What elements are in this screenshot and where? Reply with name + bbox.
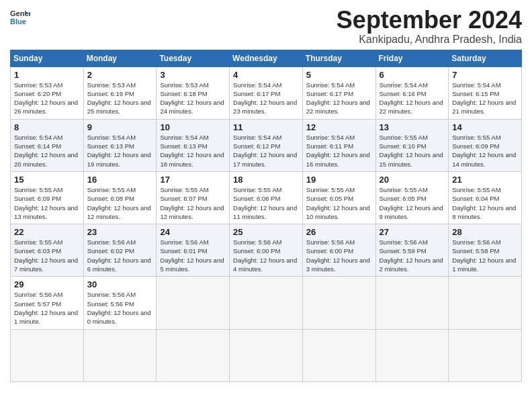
day-number: 5 xyxy=(306,70,373,80)
day-info: Sunrise: 5:55 AMSunset: 6:05 PMDaylight:… xyxy=(306,185,373,221)
table-row: 9Sunrise: 5:54 AMSunset: 6:13 PMDaylight… xyxy=(83,119,157,171)
day-number: 8 xyxy=(14,122,81,132)
day-info: Sunrise: 5:53 AMSunset: 6:18 PMDaylight:… xyxy=(160,81,226,116)
table-row: 14Sunrise: 5:55 AMSunset: 6:09 PMDayligh… xyxy=(449,119,522,171)
calendar-row xyxy=(11,329,522,381)
day-info: Sunrise: 5:55 AMSunset: 6:07 PMDaylight:… xyxy=(160,185,226,221)
table-row xyxy=(230,329,303,381)
table-row xyxy=(449,329,522,381)
day-number: 12 xyxy=(306,122,373,132)
table-row xyxy=(83,329,157,381)
table-row: 6Sunrise: 5:54 AMSunset: 6:16 PMDaylight… xyxy=(375,66,449,119)
svg-text:Blue: Blue xyxy=(10,17,26,26)
day-info: Sunrise: 5:54 AMSunset: 6:14 PMDaylight:… xyxy=(14,133,81,169)
header-thursday: Thursday xyxy=(302,50,375,66)
table-row: 26Sunrise: 5:56 AMSunset: 6:00 PMDayligh… xyxy=(302,224,375,277)
header-monday: Monday xyxy=(83,50,157,66)
table-row: 1Sunrise: 5:53 AMSunset: 6:20 PMDaylight… xyxy=(11,66,84,119)
table-row: 15Sunrise: 5:55 AMSunset: 6:09 PMDayligh… xyxy=(11,171,84,224)
header-wednesday: Wednesday xyxy=(230,50,303,66)
header-saturday: Saturday xyxy=(449,50,522,66)
table-row xyxy=(302,329,375,381)
day-info: Sunrise: 5:55 AMSunset: 6:03 PMDaylight:… xyxy=(14,238,81,273)
day-number: 17 xyxy=(160,175,226,185)
table-row: 25Sunrise: 5:56 AMSunset: 6:00 PMDayligh… xyxy=(230,224,303,277)
day-number: 14 xyxy=(452,122,519,132)
day-info: Sunrise: 5:54 AMSunset: 6:12 PMDaylight:… xyxy=(233,133,300,169)
day-number: 30 xyxy=(87,279,154,289)
table-row: 28Sunrise: 5:56 AMSunset: 5:58 PMDayligh… xyxy=(449,224,522,277)
table-row: 30Sunrise: 5:56 AMSunset: 5:56 PMDayligh… xyxy=(83,277,157,329)
header-tuesday: Tuesday xyxy=(157,50,230,66)
day-info: Sunrise: 5:55 AMSunset: 6:09 PMDaylight:… xyxy=(14,185,81,221)
day-info: Sunrise: 5:56 AMSunset: 5:57 PMDaylight:… xyxy=(14,290,81,326)
table-row: 12Sunrise: 5:54 AMSunset: 6:11 PMDayligh… xyxy=(302,119,375,171)
header-friday: Friday xyxy=(375,50,449,66)
table-row xyxy=(157,329,230,381)
calendar-row: 8Sunrise: 5:54 AMSunset: 6:14 PMDaylight… xyxy=(11,119,522,171)
day-number: 1 xyxy=(14,70,81,80)
day-number: 21 xyxy=(452,175,519,185)
table-row xyxy=(230,277,303,329)
day-info: Sunrise: 5:56 AMSunset: 5:58 PMDaylight:… xyxy=(452,238,519,273)
header-sunday: Sunday xyxy=(11,50,84,66)
table-row: 21Sunrise: 5:55 AMSunset: 6:04 PMDayligh… xyxy=(449,171,522,224)
day-number: 3 xyxy=(160,70,226,80)
logo: General Blue xyxy=(10,7,30,27)
calendar-table: Sunday Monday Tuesday Wednesday Thursday… xyxy=(10,50,522,382)
table-row: 22Sunrise: 5:55 AMSunset: 6:03 PMDayligh… xyxy=(11,224,84,277)
day-info: Sunrise: 5:55 AMSunset: 6:04 PMDaylight:… xyxy=(452,185,519,221)
table-row: 3Sunrise: 5:53 AMSunset: 6:18 PMDaylight… xyxy=(157,66,230,119)
day-number: 4 xyxy=(233,70,300,80)
table-row: 20Sunrise: 5:55 AMSunset: 6:05 PMDayligh… xyxy=(375,171,449,224)
day-info: Sunrise: 5:56 AMSunset: 6:02 PMDaylight:… xyxy=(87,238,154,273)
day-info: Sunrise: 5:53 AMSunset: 6:19 PMDaylight:… xyxy=(87,81,154,116)
day-number: 25 xyxy=(233,227,300,237)
calendar-row: 15Sunrise: 5:55 AMSunset: 6:09 PMDayligh… xyxy=(11,171,522,224)
table-row: 16Sunrise: 5:55 AMSunset: 6:08 PMDayligh… xyxy=(83,171,157,224)
table-row: 19Sunrise: 5:55 AMSunset: 6:05 PMDayligh… xyxy=(302,171,375,224)
day-info: Sunrise: 5:54 AMSunset: 6:13 PMDaylight:… xyxy=(87,133,154,169)
day-info: Sunrise: 5:54 AMSunset: 6:17 PMDaylight:… xyxy=(233,81,300,116)
header-row: Sunday Monday Tuesday Wednesday Thursday… xyxy=(11,50,522,66)
location-title: Kankipadu, Andhra Pradesh, India xyxy=(337,34,522,46)
day-number: 29 xyxy=(14,279,81,289)
day-number: 18 xyxy=(233,175,300,185)
logo-icon: General Blue xyxy=(10,7,30,27)
day-info: Sunrise: 5:54 AMSunset: 6:16 PMDaylight:… xyxy=(380,81,446,116)
page-header: General Blue September 2024 Kankipadu, A… xyxy=(10,7,522,46)
day-info: Sunrise: 5:55 AMSunset: 6:08 PMDaylight:… xyxy=(87,185,154,221)
day-info: Sunrise: 5:54 AMSunset: 6:17 PMDaylight:… xyxy=(306,81,373,116)
day-info: Sunrise: 5:56 AMSunset: 5:59 PMDaylight:… xyxy=(380,238,446,273)
table-row: 2Sunrise: 5:53 AMSunset: 6:19 PMDaylight… xyxy=(83,66,157,119)
day-info: Sunrise: 5:56 AMSunset: 6:00 PMDaylight:… xyxy=(306,238,373,273)
day-number: 20 xyxy=(380,175,446,185)
day-number: 28 xyxy=(452,227,519,237)
day-number: 11 xyxy=(233,122,300,132)
day-number: 6 xyxy=(380,70,446,80)
day-info: Sunrise: 5:56 AMSunset: 6:00 PMDaylight:… xyxy=(233,238,300,273)
day-info: Sunrise: 5:55 AMSunset: 6:06 PMDaylight:… xyxy=(233,185,300,221)
table-row xyxy=(449,277,522,329)
table-row xyxy=(302,277,375,329)
calendar-row: 22Sunrise: 5:55 AMSunset: 6:03 PMDayligh… xyxy=(11,224,522,277)
day-info: Sunrise: 5:54 AMSunset: 6:15 PMDaylight:… xyxy=(452,81,519,116)
table-row: 11Sunrise: 5:54 AMSunset: 6:12 PMDayligh… xyxy=(230,119,303,171)
day-number: 13 xyxy=(380,122,446,132)
day-info: Sunrise: 5:56 AMSunset: 5:56 PMDaylight:… xyxy=(87,290,154,326)
day-info: Sunrise: 5:56 AMSunset: 6:01 PMDaylight:… xyxy=(160,238,226,273)
day-info: Sunrise: 5:54 AMSunset: 6:11 PMDaylight:… xyxy=(306,133,373,169)
day-info: Sunrise: 5:53 AMSunset: 6:20 PMDaylight:… xyxy=(14,81,81,116)
day-number: 19 xyxy=(306,175,373,185)
table-row: 17Sunrise: 5:55 AMSunset: 6:07 PMDayligh… xyxy=(157,171,230,224)
day-number: 26 xyxy=(306,227,373,237)
table-row: 4Sunrise: 5:54 AMSunset: 6:17 PMDaylight… xyxy=(230,66,303,119)
table-row: 27Sunrise: 5:56 AMSunset: 5:59 PMDayligh… xyxy=(375,224,449,277)
day-number: 22 xyxy=(14,227,81,237)
day-number: 9 xyxy=(87,122,154,132)
day-info: Sunrise: 5:55 AMSunset: 6:10 PMDaylight:… xyxy=(380,133,446,169)
table-row: 13Sunrise: 5:55 AMSunset: 6:10 PMDayligh… xyxy=(375,119,449,171)
table-row: 10Sunrise: 5:54 AMSunset: 6:13 PMDayligh… xyxy=(157,119,230,171)
day-number: 27 xyxy=(380,227,446,237)
table-row: 23Sunrise: 5:56 AMSunset: 6:02 PMDayligh… xyxy=(83,224,157,277)
